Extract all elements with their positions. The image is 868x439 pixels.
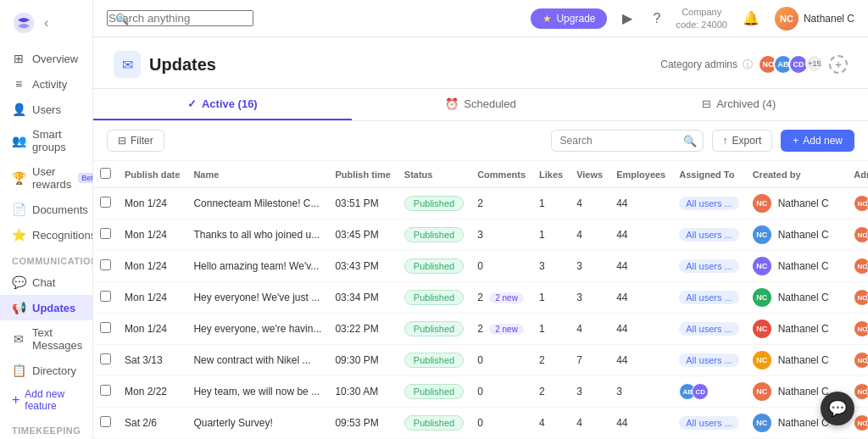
- page-title-icon: ✉: [114, 51, 141, 78]
- help-button[interactable]: ?: [648, 8, 665, 30]
- row-time: 09:30 PM: [328, 345, 397, 376]
- row-views: 4: [570, 188, 609, 220]
- row-date: Mon 2/22: [118, 376, 186, 408]
- sidebar-item-updates[interactable]: 📢 Updates: [0, 295, 92, 320]
- sidebar-collapse-btn[interactable]: ‹: [36, 10, 57, 36]
- row-views: 4: [570, 408, 609, 439]
- recognitions-icon: ⭐: [12, 228, 25, 242]
- tab-active[interactable]: ✓ Active (16): [93, 89, 352, 120]
- row-comments: 2 2 new: [470, 282, 532, 314]
- sidebar-item-recognitions[interactable]: ⭐ Recognitions Beta: [0, 222, 92, 247]
- toolbar-search-input[interactable]: [551, 130, 704, 152]
- archived-tab-icon: ⊟: [702, 97, 711, 110]
- table-row: Sat 2/6 Quarterly Survey! 09:53 PM Publi…: [93, 408, 868, 439]
- row-date: Mon 1/24: [118, 220, 186, 251]
- add-admin-button[interactable]: +: [829, 55, 848, 74]
- row-status: Published: [398, 188, 470, 220]
- smart-groups-icon: 👥: [12, 134, 25, 147]
- row-likes: 1: [532, 188, 570, 220]
- company-info: Company code: 24000: [676, 6, 727, 31]
- add-communication-feature[interactable]: + Add new feature: [0, 383, 92, 417]
- col-views: Views: [570, 161, 609, 188]
- sidebar-item-users[interactable]: 👤 Users: [0, 97, 92, 122]
- sidebar-item-documents[interactable]: 📄 Documents Beta: [0, 197, 92, 222]
- row-status: Published: [398, 314, 470, 345]
- users-icon: 👤: [12, 103, 25, 116]
- toolbar-search-icon: 🔍: [683, 135, 697, 147]
- row-employees: 44: [609, 345, 672, 376]
- sidebar-item-chat[interactable]: 💬 Chat: [0, 270, 92, 295]
- svg-point-0: [14, 13, 35, 34]
- row-administered-by: NC AB CD +15: [847, 314, 868, 345]
- row-employees: 44: [609, 314, 672, 345]
- row-checkbox[interactable]: [100, 228, 111, 239]
- row-comments: 2 2 new: [470, 314, 532, 345]
- row-assigned: All users ...: [672, 314, 745, 345]
- chat-bubble[interactable]: 💬: [821, 392, 854, 425]
- row-assigned: All users ...: [672, 220, 745, 251]
- row-assigned: All users ...: [672, 408, 745, 439]
- directory-icon: 📋: [12, 364, 25, 377]
- row-name: Hey team, we will now be ...: [186, 376, 328, 408]
- sidebar-item-overview[interactable]: ⊞ Overview: [0, 46, 92, 71]
- row-administered-by: NC AB CD +15: [847, 345, 868, 376]
- tab-scheduled[interactable]: ⏰ Scheduled: [352, 89, 610, 120]
- select-all-checkbox[interactable]: [100, 168, 111, 179]
- col-publish-date: Publish date: [118, 161, 186, 188]
- play-button[interactable]: ▶: [617, 7, 637, 30]
- row-comments: 3: [470, 220, 532, 251]
- user-avatar-button[interactable]: NC Nathanel C: [775, 7, 854, 31]
- admin-plus-badge: +15: [805, 54, 824, 73]
- updates-icon: 📢: [12, 301, 25, 314]
- row-status: Published: [398, 220, 470, 251]
- row-name: New contract with Nikel ...: [186, 345, 328, 376]
- row-checkbox[interactable]: [100, 259, 111, 270]
- row-likes: 4: [532, 408, 570, 439]
- row-assigned: All users ...: [672, 345, 745, 376]
- table-row: Sat 3/13 New contract with Nikel ... 09:…: [93, 345, 868, 376]
- row-status: Published: [398, 345, 470, 376]
- sidebar-item-text-messages[interactable]: ✉ Text Messages: [0, 320, 92, 358]
- topbar: 🔍 ★ Upgrade ▶ ? Company code: 24000 🔔 NC…: [93, 0, 868, 37]
- row-created-by: NCNathanel C: [746, 188, 848, 220]
- sidebar-item-user-rewards[interactable]: 🏆 User rewards Beta: [0, 159, 92, 197]
- row-employees: 44: [609, 220, 672, 251]
- row-employees: 44: [609, 251, 672, 282]
- export-button[interactable]: ↑ Export: [712, 130, 773, 152]
- row-checkbox[interactable]: [100, 353, 111, 364]
- sidebar-item-smart-groups[interactable]: 👥 Smart groups: [0, 122, 92, 159]
- row-assigned: All users ...: [672, 188, 745, 220]
- row-administered-by: NC AB CD +15: [847, 220, 868, 251]
- upgrade-star-icon: ★: [542, 13, 552, 25]
- row-views: 4: [570, 220, 609, 251]
- col-status: Status: [398, 161, 470, 188]
- row-views: 3: [570, 251, 609, 282]
- row-date: Mon 1/24: [118, 251, 186, 282]
- row-checkbox[interactable]: [100, 197, 111, 208]
- row-status: Published: [398, 282, 470, 314]
- tab-archived[interactable]: ⊟ Archived (4): [609, 89, 868, 120]
- row-comments: 0: [470, 251, 532, 282]
- row-assigned: ABCD: [672, 376, 745, 408]
- filter-icon: ⊟: [118, 135, 126, 147]
- add-new-icon: +: [793, 135, 798, 147]
- sidebar-item-activity[interactable]: ≡ Activity: [0, 71, 92, 97]
- upgrade-button[interactable]: ★ Upgrade: [531, 8, 607, 29]
- row-checkbox[interactable]: [100, 291, 111, 302]
- row-date: Sat 2/6: [118, 408, 186, 439]
- notifications-button[interactable]: 🔔: [737, 7, 765, 30]
- row-checkbox[interactable]: [100, 322, 111, 333]
- filter-button[interactable]: ⊟ Filter: [107, 130, 164, 152]
- sidebar-item-directory[interactable]: 📋 Directory: [0, 358, 92, 383]
- row-checkbox[interactable]: [100, 416, 111, 427]
- row-time: 10:30 AM: [328, 376, 397, 408]
- row-likes: 2: [532, 376, 570, 408]
- row-likes: 1: [532, 220, 570, 251]
- row-checkbox[interactable]: [100, 385, 111, 396]
- row-name: Quarterly Survey!: [186, 408, 328, 439]
- row-date: Mon 1/24: [118, 314, 186, 345]
- add-new-button[interactable]: + Add new: [781, 130, 854, 152]
- chat-icon: 💬: [12, 275, 25, 289]
- row-time: 03:45 PM: [328, 220, 397, 251]
- tabs-row: ✓ Active (16) ⏰ Scheduled ⊟ Archived (4): [93, 89, 868, 121]
